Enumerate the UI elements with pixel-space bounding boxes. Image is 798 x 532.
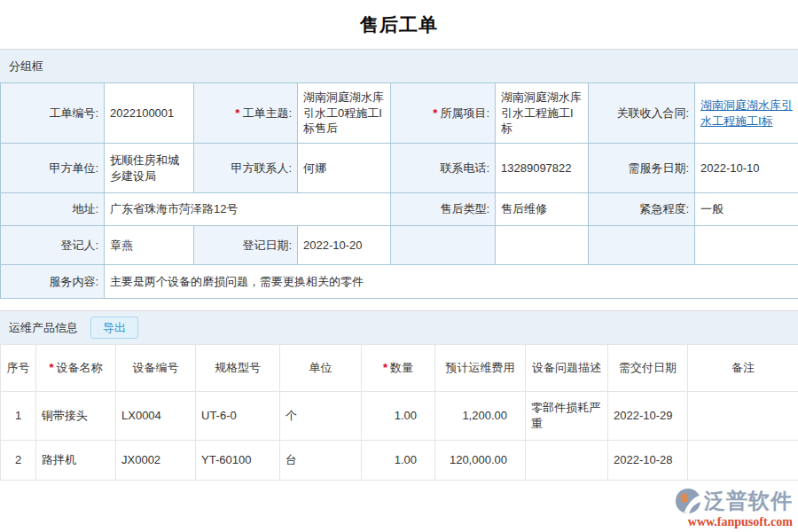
- cell-delivery-date: 2022-10-29: [608, 392, 688, 441]
- form-value-register-date: 2022-10-20: [298, 226, 391, 265]
- col-header-device-no: 设备编号: [116, 345, 196, 392]
- form-label-register-date: 登记日期:: [194, 226, 298, 265]
- table-row: 1 铜带接头 LX0004 UT-6-0 个 1.00 1,200.00 零部件…: [1, 392, 798, 441]
- col-header-seq: 序号: [1, 345, 36, 392]
- cell-remark: [688, 392, 798, 441]
- cell-device-name: 路拌机: [36, 441, 116, 481]
- product-section-header: 运维产品信息 导出: [0, 310, 798, 344]
- cell-unit: 个: [280, 392, 362, 441]
- income-contract-link[interactable]: 湖南洞庭湖水库引水工程施工I标: [700, 98, 793, 128]
- form-label-subject: *工单主题:: [194, 83, 298, 144]
- table-row: 2 路拌机 JX0002 YT-60100 台 1.00 120,000.00 …: [1, 441, 798, 481]
- form-label-empty: [391, 226, 496, 265]
- form-label-project: *所属项目:: [391, 83, 496, 144]
- required-asterisk: *: [433, 106, 437, 120]
- footer-brand: 泛普软件 www.fanpusoft.com: [675, 488, 793, 528]
- form-label-address: 地址:: [1, 193, 105, 226]
- form-label-party-a-contact: 甲方联系人:: [194, 144, 298, 193]
- cell-delivery-date: 2022-10-28: [608, 441, 688, 481]
- col-header-quantity: *数量: [362, 345, 435, 392]
- col-header-spec-model: 规格型号: [196, 345, 280, 392]
- cell-remark: [688, 441, 798, 481]
- form-value-subject: 湖南洞庭湖水库引水工0程施工I标售后: [298, 83, 391, 144]
- form-value-service-date: 2022-10-10: [695, 144, 798, 193]
- page-title: 售后工单: [0, 0, 798, 49]
- form-value-urgency: 一般: [695, 193, 798, 226]
- form-value-empty: [496, 226, 589, 265]
- form-value-project: 湖南洞庭湖水库引水工程施工I标: [496, 83, 589, 144]
- work-order-form-table: 工单编号: 2022100001 *工单主题: 湖南洞庭湖水库引水工0程施工I标…: [0, 82, 798, 299]
- form-value-phone: 13289097822: [496, 144, 589, 193]
- form-label-service-date: 需服务日期:: [589, 144, 695, 193]
- form-value-registrant: 章燕: [105, 226, 194, 265]
- col-header-problem-desc: 设备问题描述: [526, 345, 608, 392]
- cell-device-no: LX0004: [116, 392, 196, 441]
- group-box-header: 分组框: [0, 49, 798, 82]
- form-label-work-order-no: 工单编号:: [1, 83, 105, 144]
- required-asterisk: *: [49, 361, 53, 374]
- product-section-label: 运维产品信息: [9, 320, 78, 336]
- cell-seq: 1: [1, 392, 36, 441]
- required-asterisk: *: [383, 361, 387, 374]
- form-value-work-order-no: 2022100001: [105, 83, 194, 144]
- col-header-remark: 备注: [688, 345, 798, 392]
- cell-unit: 台: [280, 441, 362, 481]
- cell-problem-desc: [526, 441, 608, 481]
- col-header-device-name: *设备名称: [36, 345, 116, 392]
- cell-estimated-fee: 120,000.00: [435, 441, 526, 481]
- export-button[interactable]: 导出: [90, 317, 138, 340]
- brand-website: www.fanpusoft.com: [675, 515, 793, 528]
- cell-device-no: JX0002: [116, 441, 196, 481]
- product-table-header-row: 序号 *设备名称 设备编号 规格型号 单位 *数量 预计运维费用 设备问题描述 …: [1, 345, 798, 392]
- cell-seq: 2: [1, 441, 36, 481]
- cell-spec-model: YT-60100: [196, 441, 280, 481]
- form-value-party-a-unit: 抚顺住房和城乡建设局: [105, 144, 194, 193]
- cell-device-name: 铜带接头: [36, 392, 116, 441]
- group-box-label: 分组框: [9, 59, 43, 74]
- form-label-aftersales-type: 售后类型:: [391, 193, 496, 226]
- form-value-service-content: 主要是两个设备的磨损问题，需要更换相关的零件: [105, 265, 798, 299]
- form-value-income-contract: 湖南洞庭湖水库引水工程施工I标: [695, 83, 798, 144]
- product-table: 序号 *设备名称 设备编号 规格型号 单位 *数量 预计运维费用 设备问题描述 …: [0, 344, 798, 481]
- col-header-delivery-date: 需交付日期: [608, 345, 688, 392]
- form-label-party-a-unit: 甲方单位:: [1, 144, 105, 193]
- form-label-service-content: 服务内容:: [1, 265, 105, 299]
- col-header-unit: 单位: [280, 345, 362, 392]
- form-label-income-contract: 关联收入合同:: [589, 83, 695, 144]
- form-value-party-a-contact: 何娜: [298, 144, 391, 193]
- brand-name: 泛普软件: [704, 490, 793, 512]
- cell-spec-model: UT-6-0: [196, 392, 280, 441]
- cell-estimated-fee: 1,200.00: [435, 392, 526, 441]
- col-header-estimated-fee: 预计运维费用: [435, 345, 526, 392]
- form-value-aftersales-type: 售后维修: [496, 193, 589, 226]
- fanpu-logo-icon: [675, 488, 701, 514]
- form-value-address: 广东省珠海市菏泽路12号: [105, 193, 391, 226]
- cell-quantity: 1.00: [362, 441, 435, 481]
- form-label-phone: 联系电话:: [391, 144, 496, 193]
- form-label-urgency: 紧急程度:: [589, 193, 695, 226]
- cell-problem-desc: 零部件损耗严重: [526, 392, 608, 441]
- form-label-empty: [589, 226, 695, 265]
- form-label-registrant: 登记人:: [1, 226, 105, 265]
- required-asterisk: *: [235, 106, 239, 120]
- cell-quantity: 1.00: [362, 392, 435, 441]
- form-value-empty: [695, 226, 798, 265]
